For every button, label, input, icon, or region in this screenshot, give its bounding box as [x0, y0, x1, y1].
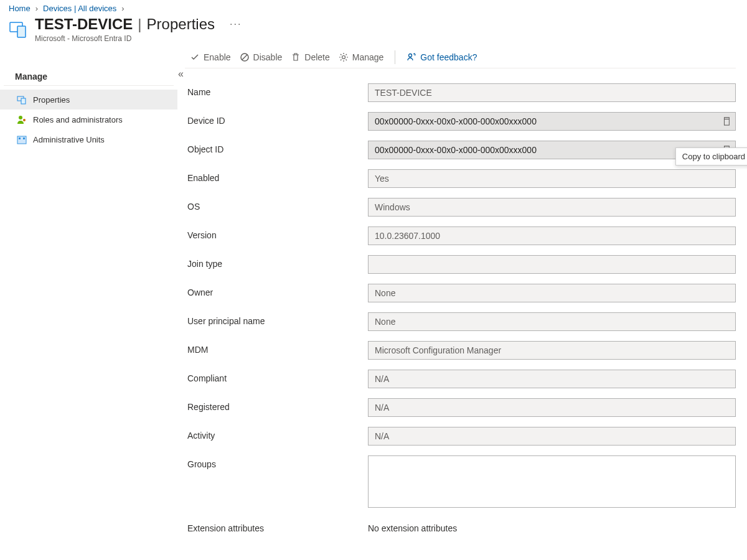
enabled-field[interactable] — [368, 169, 736, 188]
svg-rect-12 — [725, 119, 730, 126]
enable-button[interactable]: Enable — [190, 52, 231, 62]
sidebar-item-properties[interactable]: Properties — [0, 90, 177, 110]
name-field[interactable] — [368, 83, 736, 102]
svg-rect-8 — [23, 138, 25, 139]
field-label-version: Version — [187, 226, 368, 240]
sidebar-heading-manage: Manage — [4, 68, 174, 86]
device-icon — [17, 95, 27, 105]
page-header: TEST-DEVICE | Properties ··· Microsoft -… — [0, 14, 747, 47]
check-icon — [190, 52, 200, 62]
chevron-right-icon: › — [35, 4, 38, 13]
field-label-enabled: Enabled — [187, 169, 368, 183]
device-id-field[interactable] — [368, 112, 736, 131]
copy-tooltip: Copy to clipboard — [675, 147, 747, 166]
field-label-activity: Activity — [187, 427, 368, 441]
field-label-mdm: MDM — [187, 341, 368, 355]
sidebar-item-label: Administrative Units — [33, 135, 105, 144]
sidebar-item-label: Roles and administrators — [33, 115, 123, 124]
field-label-object-id: Object ID — [187, 141, 368, 154]
breadcrumb: Home › Devices | All devices › — [0, 0, 747, 14]
toolbar: Enable Disable Delete Manage Got feedbac… — [185, 47, 736, 68]
svg-rect-3 — [21, 98, 26, 104]
field-label-owner: Owner — [187, 284, 368, 297]
manage-button[interactable]: Manage — [339, 52, 384, 62]
disable-button[interactable]: Disable — [240, 52, 283, 62]
person-icon — [17, 114, 27, 124]
delete-button[interactable]: Delete — [291, 52, 329, 62]
page-subtitle: Microsoft - Microsoft Entra ID — [35, 34, 242, 43]
svg-rect-6 — [17, 136, 26, 144]
more-actions-icon[interactable]: ··· — [230, 19, 242, 30]
toolbar-divider — [395, 50, 395, 64]
org-icon — [17, 134, 27, 144]
sidebar-item-roles[interactable]: Roles and administrators — [0, 110, 177, 129]
svg-point-4 — [19, 116, 22, 119]
breadcrumb-home[interactable]: Home — [9, 4, 31, 13]
join-type-field[interactable] — [368, 255, 736, 274]
registered-field[interactable] — [368, 398, 736, 417]
breadcrumb-devices[interactable]: Devices | All devices — [43, 4, 116, 13]
svg-rect-1 — [17, 26, 26, 37]
field-label-groups: Groups — [187, 455, 368, 469]
device-icon — [9, 19, 30, 40]
upn-field[interactable] — [368, 312, 736, 331]
owner-field[interactable] — [368, 284, 736, 302]
field-label-name: Name — [187, 83, 368, 97]
sidebar-item-label: Properties — [33, 95, 70, 105]
field-label-extension-attrs: Extension attributes — [187, 520, 368, 533]
trash-icon — [291, 52, 301, 62]
disable-icon — [240, 52, 250, 62]
svg-rect-7 — [19, 138, 21, 139]
field-label-device-id: Device ID — [187, 112, 368, 126]
version-field[interactable] — [368, 226, 736, 245]
mdm-field[interactable] — [368, 341, 736, 360]
field-label-registered: Registered — [187, 398, 368, 412]
svg-point-5 — [23, 119, 26, 121]
page-title-section: Properties — [147, 16, 215, 33]
field-label-upn: User principal name — [187, 312, 368, 326]
main-content: Enable Disable Delete Manage Got feedbac… — [177, 47, 747, 543]
copy-icon — [722, 117, 731, 126]
compliant-field[interactable] — [368, 370, 736, 388]
disable-label: Disable — [253, 52, 283, 62]
field-label-compliant: Compliant — [187, 370, 368, 383]
os-field[interactable] — [368, 198, 736, 217]
svg-point-10 — [342, 56, 345, 59]
sidebar-item-admin-units[interactable]: Administrative Units — [0, 129, 177, 149]
gear-icon — [339, 52, 349, 62]
field-label-join-type: Join type — [187, 255, 368, 269]
groups-field[interactable] — [368, 455, 736, 508]
manage-label: Manage — [352, 52, 384, 62]
delete-label: Delete — [304, 52, 329, 62]
field-label-os: OS — [187, 198, 368, 212]
svg-point-11 — [409, 54, 412, 57]
feedback-icon — [406, 52, 416, 62]
chevron-right-icon: › — [121, 4, 124, 13]
activity-field[interactable] — [368, 427, 736, 446]
title-separator: | — [136, 16, 143, 33]
copy-device-id-button[interactable] — [720, 114, 733, 128]
enable-label: Enable — [204, 52, 231, 62]
sidebar: « Manage Properties Roles and administra… — [0, 47, 177, 543]
feedback-label: Got feedback? — [420, 52, 477, 62]
page-title-device: TEST-DEVICE — [35, 16, 133, 33]
feedback-button[interactable]: Got feedback? — [406, 52, 477, 62]
properties-form: Name Device ID Object ID — [185, 68, 736, 533]
extension-attrs-value: No extension attributes — [368, 520, 457, 533]
